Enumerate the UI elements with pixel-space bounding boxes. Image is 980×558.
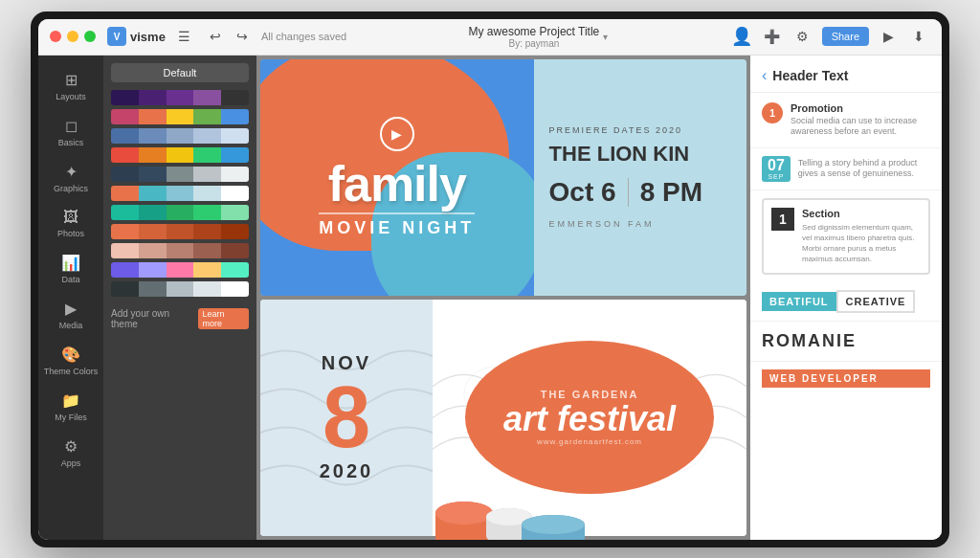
date-time-row: Oct 6 8 PM	[549, 177, 731, 208]
sidebar-item-photos[interactable]: 🖼 Photos	[38, 201, 103, 246]
color-swatch	[111, 205, 139, 220]
palette-row[interactable]	[111, 281, 249, 297]
traffic-lights	[50, 31, 96, 42]
palette-row[interactable]	[111, 205, 249, 220]
palette-row[interactable]	[111, 243, 249, 258]
palette-row[interactable]	[111, 109, 249, 124]
color-swatch	[111, 167, 139, 182]
sidebar-label-media: Media	[59, 321, 83, 330]
palette-row[interactable]	[111, 262, 249, 278]
visme-logo: V visme	[107, 27, 166, 46]
sidebar-label-basics: Basics	[58, 138, 84, 147]
promotion-title: Promotion	[791, 102, 930, 114]
canvas-lion-king[interactable]: PREMIERE DATES 2020 THE LION KIN Oct 6 8…	[534, 59, 746, 296]
style-item-section[interactable]: 1 Section Sed dignissim elementum quam, …	[762, 198, 930, 275]
date-badge: 07 SEP	[762, 156, 791, 182]
style-item-beatiful-creative[interactable]: BEATIFUL CREATIVE	[750, 282, 942, 322]
website-text: www.gardenaartfest.com	[537, 437, 642, 446]
data-icon: 📊	[61, 254, 80, 272]
media-icon: ▶	[65, 300, 77, 318]
lion-king-title: THE LION KIN	[549, 143, 731, 166]
date-month: SEP	[768, 173, 784, 180]
sidebar-label-photos: Photos	[57, 229, 84, 238]
date-number: 07	[768, 158, 785, 173]
color-swatch	[111, 90, 139, 105]
color-swatch	[167, 186, 194, 201]
redo-button[interactable]: ↪	[231, 25, 254, 48]
undo-button[interactable]: ↩	[204, 25, 227, 48]
title-dropdown-icon[interactable]: ▾	[603, 32, 608, 42]
sidebar-label-graphics: Graphics	[54, 184, 88, 193]
color-swatch	[139, 224, 167, 239]
visme-logo-icon: V	[107, 27, 126, 46]
promotion-text-block: Promotion Social media can use to increa…	[791, 102, 930, 138]
top-bar-right: 👤 ➕ ⚙ Share ▶ ⬇	[730, 25, 930, 48]
sidebar-item-basics[interactable]: ◻ Basics	[38, 109, 103, 155]
svg-point-5	[435, 502, 493, 525]
laptop-wrapper: V visme ☰ ↩ ↪ All changes saved My aweso…	[0, 0, 980, 558]
palette-row[interactable]	[111, 186, 249, 201]
sidebar-item-apps[interactable]: ⚙ Apps	[38, 430, 103, 476]
family-title: family	[319, 159, 475, 209]
color-swatch	[193, 205, 221, 220]
traffic-light-green[interactable]	[84, 31, 96, 42]
canvas-top[interactable]: ▶ family MOVIE NIGHT PREMIERE DATES 2020…	[260, 59, 746, 296]
sidebar-item-media[interactable]: ▶ Media	[38, 292, 103, 338]
palette-row[interactable]	[111, 90, 249, 105]
style-item-date[interactable]: 07 SEP Telling a story behind a product …	[750, 148, 942, 190]
add-theme-text: Add your own theme	[111, 308, 194, 329]
palette-row[interactable]	[111, 224, 249, 239]
color-swatch	[221, 167, 249, 182]
sidebar-item-my-files[interactable]: 📁 My Files	[38, 384, 103, 430]
color-swatch	[193, 243, 221, 258]
style-item-romanie[interactable]: ROMANIE	[750, 322, 942, 362]
play-icon[interactable]: ▶	[877, 25, 900, 48]
color-swatch	[167, 167, 194, 182]
creative-text: CREATIVE	[836, 290, 916, 313]
canvas-art-festival[interactable]: THE GARDENA art festival www.gardenaartf…	[433, 300, 746, 536]
palette-row[interactable]	[111, 128, 249, 144]
share-button[interactable]: Share	[822, 27, 869, 46]
add-user-icon[interactable]: ➕	[761, 25, 784, 48]
sidebar-item-graphics[interactable]: ✦ Graphics	[38, 155, 103, 201]
sidebar-item-layouts[interactable]: ⊞ Layouts	[38, 63, 103, 109]
palette-row[interactable]	[111, 147, 249, 163]
sidebar-label-layouts: Layouts	[56, 92, 86, 101]
style-item-developer[interactable]: WEB DEVELOPER	[750, 362, 942, 395]
family-text-block: ▶ family MOVIE NIGHT	[319, 117, 475, 238]
right-panel-header: ‹ Header Text	[750, 56, 942, 93]
palette-row[interactable]	[111, 167, 249, 182]
sidebar-label-data: Data	[61, 275, 79, 284]
project-title: My awesome Project Title	[469, 25, 600, 38]
color-swatch	[167, 128, 194, 144]
canvas-date-left[interactable]: NOV 8 2020	[260, 300, 433, 536]
romanie-text: ROMANIE	[762, 331, 930, 351]
style-item-promotion[interactable]: 1 Promotion Social media can use to incr…	[750, 93, 942, 148]
traffic-light-red[interactable]	[50, 31, 61, 42]
back-arrow-button[interactable]: ‹	[762, 67, 767, 84]
canvas-area[interactable]: ▶ family MOVIE NIGHT PREMIERE DATES 2020…	[256, 56, 750, 540]
developer-bar-text: WEB DEVELOPER	[762, 369, 930, 388]
canvas-family-movie[interactable]: ▶ family MOVIE NIGHT	[260, 59, 534, 296]
promotion-row: 1 Promotion Social media can use to incr…	[762, 102, 930, 138]
sidebar-item-theme-colors[interactable]: 🎨 Theme Colors	[38, 338, 103, 384]
hamburger-icon[interactable]: ☰	[173, 25, 196, 48]
emmerson-text: EMMERSON FAM	[549, 219, 731, 229]
color-swatch	[167, 262, 194, 278]
color-swatch	[221, 243, 249, 258]
color-swatch	[167, 147, 194, 163]
learn-more-button[interactable]: Learn more	[198, 308, 249, 329]
art-festival-oval[interactable]: THE GARDENA art festival www.gardenaartf…	[465, 341, 714, 494]
color-swatch	[221, 281, 249, 297]
color-swatch	[139, 147, 167, 163]
download-icon[interactable]: ⬇	[907, 25, 930, 48]
top-bar: V visme ☰ ↩ ↪ All changes saved My aweso…	[38, 19, 942, 56]
traffic-light-yellow[interactable]	[67, 31, 78, 42]
settings-icon[interactable]: ⚙	[791, 25, 814, 48]
add-theme-area: Add your own theme Learn more	[111, 308, 249, 329]
canvas-bottom[interactable]: NOV 8 2020	[260, 300, 746, 536]
files-icon: 📁	[61, 391, 80, 410]
sidebar-item-data[interactable]: 📊 Data	[38, 246, 103, 292]
color-swatch	[167, 205, 194, 220]
color-swatch	[221, 90, 249, 105]
